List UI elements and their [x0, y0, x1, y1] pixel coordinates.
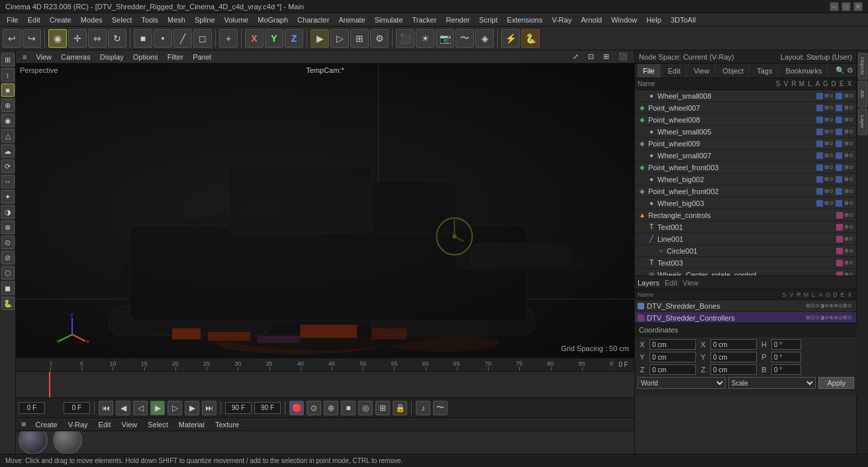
menu-extensions[interactable]: Extensions — [503, 15, 547, 25]
timeline-btn-4[interactable]: ■ — [341, 401, 356, 415]
start-frame-input[interactable] — [64, 402, 90, 414]
coord-b[interactable] — [771, 364, 801, 375]
tab-file[interactable]: File — [638, 64, 661, 78]
coord-h[interactable] — [771, 339, 801, 350]
object-list-item[interactable]: ● Wheel_big003 ⊞⊙ ⊞⊙ — [635, 197, 856, 209]
apply-button[interactable]: Apply — [818, 377, 854, 389]
maximize-button[interactable]: □ — [842, 2, 851, 11]
menu-create[interactable]: Create — [46, 15, 75, 25]
object-mode-button[interactable]: ■ — [134, 29, 152, 48]
next-keyframe-button[interactable]: ▷ — [168, 401, 182, 415]
prev-keyframe-button[interactable]: ◁ — [133, 401, 148, 415]
left-btn-11[interactable]: ◑ — [1, 205, 15, 219]
point-mode-button[interactable]: • — [154, 29, 172, 48]
vp-icon-2[interactable]: ⊞ — [599, 52, 613, 62]
rs-layer-tab[interactable]: Layer — [858, 109, 867, 135]
object-list-item[interactable]: ● Wheel_big002 ⊞⊙ ⊞⊙ — [635, 174, 856, 185]
vp-icon-1[interactable]: ⊡ — [584, 52, 598, 62]
vp-menu-panel[interactable]: Panel — [189, 52, 215, 62]
object-list-item[interactable]: ● Wheel_small007 ⊞⊙ ⊞⊙ — [635, 150, 856, 162]
filter-icon-btn[interactable]: ⚙ — [847, 66, 853, 75]
menu-volume[interactable]: Volume — [220, 15, 253, 25]
vp-menu-display[interactable]: Display — [96, 52, 128, 62]
vp-menu-cameras[interactable]: Cameras — [57, 52, 95, 62]
bottom-menu-select[interactable]: Select — [144, 419, 172, 430]
object-list-item[interactable]: T Text001 ⊞⊙ — [635, 221, 856, 233]
material-ball-body[interactable] — [19, 431, 48, 454]
left-btn-1[interactable]: ⊞ — [1, 53, 15, 66]
menu-help[interactable]: Help — [642, 15, 665, 25]
left-btn-2[interactable]: ↕ — [1, 68, 15, 81]
menu-vray[interactable]: V-Ray — [548, 15, 575, 25]
menu-render[interactable]: Render — [442, 15, 473, 25]
bottom-menu-texture[interactable]: Texture — [211, 419, 243, 430]
render-to-po-button[interactable]: ⊞ — [350, 29, 369, 48]
poly-mode-button[interactable]: ◻ — [193, 29, 212, 48]
object-list-item[interactable]: ◎ Wheels_Center_rotate_control ⊞⊙ — [635, 269, 856, 276]
tab-edit[interactable]: Edit — [663, 64, 687, 78]
object-list-item[interactable]: ╱ Line001 ⊞⊙ — [635, 233, 856, 245]
vp-icon-3[interactable]: ⬛ — [614, 52, 632, 62]
object-list-item[interactable]: ◆ Point_wheel_front003 ⊞⊙ ⊞⊙ — [635, 162, 856, 174]
vp-icon-maximize[interactable]: ⤢ — [569, 52, 583, 62]
go-to-start-button[interactable]: ⏮ — [99, 401, 113, 415]
bottom-menu-edit[interactable]: Edit — [95, 419, 115, 430]
bottom-menu-view[interactable]: View — [118, 419, 142, 430]
render-region-button[interactable]: ▷ — [330, 29, 349, 48]
tab-view[interactable]: View — [689, 64, 716, 78]
x-axis-button[interactable]: X — [245, 29, 264, 48]
rotate-button[interactable]: ↻ — [108, 29, 126, 48]
coord-x-rot[interactable] — [710, 339, 757, 350]
menu-file[interactable]: File — [3, 15, 23, 25]
layers-edit-tab[interactable]: Edit — [665, 279, 677, 287]
undo-button[interactable]: ↩ — [3, 29, 21, 48]
current-frame-input[interactable] — [19, 402, 45, 414]
coord-p[interactable] — [771, 352, 801, 362]
max-frame-input[interactable] — [254, 402, 281, 414]
camera-button[interactable]: 📷 — [436, 29, 454, 48]
z-axis-button[interactable]: Z — [285, 29, 303, 48]
object-list-item[interactable]: T Text003 ⊞⊙ — [635, 257, 856, 269]
left-btn-16[interactable]: ◼ — [1, 282, 15, 295]
object-list-item[interactable]: ◆ Point_wheel008 ⊞⊙ ⊞⊙ — [635, 114, 856, 126]
menu-arnold[interactable]: Arnold — [577, 15, 606, 25]
timeline-btn-3[interactable]: ⊕ — [324, 401, 338, 415]
scale-select[interactable]: Scale — [728, 377, 816, 389]
search-icon-btn[interactable]: 🔍 — [836, 66, 845, 75]
coord-z-pos[interactable] — [650, 364, 696, 375]
coord-y-rot[interactable] — [710, 352, 757, 362]
menu-select[interactable]: Select — [108, 15, 136, 25]
menu-mograph[interactable]: MoGraph — [254, 15, 292, 25]
vp-menu-view[interactable]: View — [32, 52, 56, 62]
bottom-menu-material[interactable]: Material — [175, 419, 209, 430]
left-btn-9[interactable]: ↔ — [1, 175, 15, 188]
menu-animate[interactable]: Animate — [334, 15, 369, 25]
field-btn[interactable]: ⚡ — [501, 29, 520, 48]
vp-menu-filter[interactable]: Filter — [164, 52, 187, 62]
spline-btn[interactable]: 〜 — [456, 29, 474, 48]
minimize-button[interactable]: ─ — [830, 2, 839, 11]
left-btn-15[interactable]: ⬡ — [1, 266, 15, 280]
left-btn-5[interactable]: ◉ — [1, 114, 15, 127]
timeline-btn-6[interactable]: ⊞ — [375, 401, 390, 415]
coord-z-rot[interactable] — [710, 364, 757, 375]
next-frame-button[interactable]: ▶ — [185, 401, 199, 415]
object-list[interactable]: ● Wheel_small008 ⊞⊙ ⊞⊙ ◆ Point_wheel007 … — [635, 90, 856, 276]
end-frame-input[interactable] — [225, 402, 252, 414]
prev-frame-button[interactable]: ◀ — [116, 401, 130, 415]
left-btn-13[interactable]: ⊙ — [1, 236, 15, 249]
timeline-btn-5[interactable]: ◎ — [358, 401, 373, 415]
left-btn-17[interactable]: 🐍 — [1, 297, 15, 310]
live-selection-button[interactable]: ◉ — [48, 29, 67, 48]
vp-hamburger-icon[interactable]: ≡ — [19, 52, 30, 62]
left-btn-6[interactable]: △ — [1, 129, 15, 142]
edge-mode-button[interactable]: ╱ — [173, 29, 192, 48]
menu-edit[interactable]: Edit — [24, 15, 44, 25]
render-settings-button[interactable]: ⚙ — [370, 29, 389, 48]
play-button[interactable]: ▶ — [150, 401, 165, 415]
layer-item[interactable]: DTV_Shredder_Bones ⊞⊡⊙◑⊘⊕⊗◎⊞⊙ — [635, 300, 856, 312]
redo-button[interactable]: ↪ — [23, 29, 41, 48]
bottom-menu-vray[interactable]: V-Ray — [64, 419, 92, 430]
menu-window[interactable]: Window — [607, 15, 641, 25]
bottom-hamburger-icon[interactable]: ≡ — [19, 419, 29, 429]
